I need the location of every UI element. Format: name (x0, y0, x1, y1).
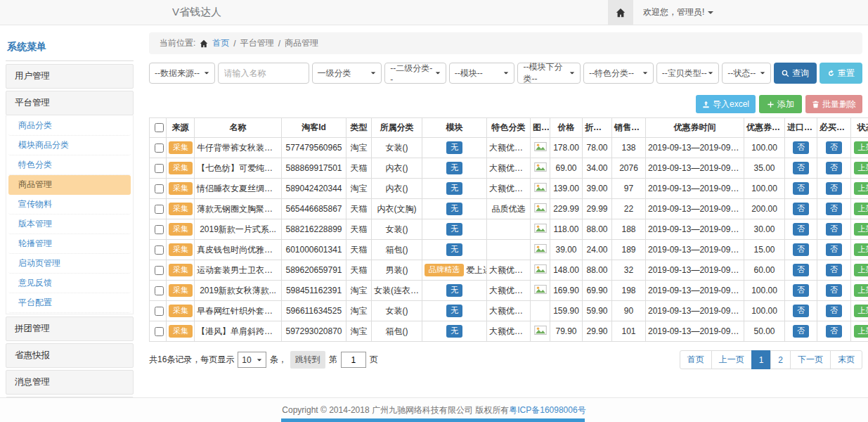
item-type-select[interactable]: --宝贝类型-- (656, 63, 720, 84)
sidebar-item-goods-category[interactable]: 商品分类 (8, 116, 131, 136)
user-menu[interactable]: 欢迎您，管理员! (633, 6, 723, 18)
sidebar-item-saving-express[interactable]: 省惠快报 (6, 343, 134, 368)
status-badge[interactable]: 上架 (854, 284, 868, 297)
status-badge[interactable]: 上架 (854, 141, 868, 154)
module-badge[interactable]: 无 (446, 243, 462, 256)
row-checkbox[interactable] (155, 205, 164, 214)
must-buy-badge[interactable]: 否 (826, 305, 842, 317)
row-checkbox[interactable] (155, 266, 164, 275)
home-button[interactable] (608, 0, 633, 25)
module-badge[interactable]: 无 (446, 203, 462, 215)
sidebar-item-promo-materials[interactable]: 宣传物料 (8, 195, 131, 215)
icp-link[interactable]: 粤ICP备16098006号 (509, 404, 585, 416)
sidebar-item-platform-management[interactable]: 平台管理 (6, 91, 134, 115)
name-input[interactable] (218, 63, 309, 84)
sidebar-item-carousel-management[interactable]: 轮播管理 (8, 234, 131, 254)
status-badge[interactable]: 上架 (854, 305, 868, 317)
module-badge[interactable]: 无 (446, 162, 462, 174)
feature-category-select[interactable]: --特色分类-- (583, 63, 654, 84)
must-buy-badge[interactable]: 否 (826, 141, 842, 154)
sidebar-item-version-management[interactable]: 版本管理 (8, 215, 131, 234)
page-size-select[interactable]: 10 (238, 352, 266, 368)
import-select-cell: 否 (785, 158, 817, 179)
row-checkbox[interactable] (155, 164, 164, 173)
module-badge[interactable]: 无 (446, 284, 462, 297)
page-next[interactable]: 下一页 (790, 350, 831, 369)
page-prev[interactable]: 上一页 (711, 350, 752, 369)
page-page-1[interactable]: 1 (751, 350, 772, 369)
status-badge[interactable]: 上架 (854, 162, 868, 174)
import-select-badge[interactable]: 否 (793, 243, 809, 256)
sidebar-item-feature-category[interactable]: 特色分类 (8, 155, 131, 175)
bottom-scrollbar-thumb[interactable] (281, 418, 585, 422)
status-badge[interactable]: 上架 (854, 325, 868, 338)
sidebar-item-module-goods-category[interactable]: 模块商品分类 (8, 136, 131, 155)
sidebar-item-message-management[interactable]: 消息管理 (6, 370, 134, 395)
row-checkbox[interactable] (155, 245, 164, 255)
module-subcategory-select[interactable]: --模块下分类-- (517, 63, 581, 84)
breadcrumb-home-link[interactable]: 首页 (212, 37, 229, 49)
data-source-select[interactable]: --数据来源-- (149, 63, 215, 84)
level1-category-select[interactable]: 一级分类 (312, 63, 382, 84)
status-badge[interactable]: 上架 (854, 182, 868, 195)
sidebar-item-goods-management[interactable]: 商品管理 (8, 175, 131, 195)
batch-delete-button[interactable]: 批量删除 (805, 95, 862, 113)
import-select-badge[interactable]: 否 (793, 203, 809, 215)
import-select-cell: 否 (785, 281, 817, 301)
status-badge[interactable]: 上架 (854, 264, 868, 276)
sidebar-item-user-management[interactable]: 用户管理 (6, 64, 134, 89)
module-badge[interactable]: 无 (446, 223, 462, 236)
add-button[interactable]: 添加 (759, 95, 802, 113)
import-select-badge[interactable]: 否 (793, 305, 809, 317)
status-select[interactable]: --状态-- (722, 63, 771, 84)
module-badge[interactable]: 无 (446, 182, 462, 195)
jump-page-input[interactable] (341, 352, 366, 368)
import-select-badge[interactable]: 否 (793, 162, 809, 174)
row-checkbox[interactable] (155, 307, 164, 316)
page-last[interactable]: 末页 (830, 350, 862, 369)
row-checkbox[interactable] (155, 327, 164, 336)
module-badge[interactable]: 无 (446, 305, 462, 317)
import-select-badge[interactable]: 否 (793, 325, 809, 338)
must-buy-badge[interactable]: 否 (826, 223, 842, 236)
sidebar-item-splash-page-management[interactable]: 启动页管理 (8, 254, 131, 274)
module-badge[interactable]: 无 (446, 141, 462, 154)
sidebar-item-feedback[interactable]: 意见反馈 (8, 274, 131, 293)
search-button[interactable]: 查询 (774, 63, 817, 84)
row-checkbox[interactable] (155, 225, 164, 234)
must-buy-badge[interactable]: 否 (826, 264, 842, 276)
row-checkbox[interactable] (155, 184, 164, 193)
module-select[interactable]: --模块-- (449, 63, 515, 84)
import-select-badge[interactable]: 否 (793, 182, 809, 195)
import-select-badge[interactable]: 否 (793, 141, 809, 154)
sidebar-item-platform-config[interactable]: 平台配置 (8, 293, 131, 313)
import-select-badge[interactable]: 否 (793, 284, 809, 297)
must-buy-badge[interactable]: 否 (826, 243, 842, 256)
page-first[interactable]: 首页 (680, 350, 712, 369)
module-badge[interactable]: 品牌精选 (425, 264, 464, 276)
must-buy-badge[interactable]: 否 (826, 182, 842, 195)
select-all-checkbox[interactable] (155, 123, 164, 132)
must-buy-badge[interactable]: 否 (826, 203, 842, 215)
import-select-badge[interactable]: 否 (793, 264, 809, 276)
must-buy-badge[interactable]: 否 (826, 162, 842, 174)
import-excel-button[interactable]: 导入excel (696, 95, 756, 113)
checkbox-cell (150, 158, 167, 179)
import-select-badge[interactable]: 否 (793, 223, 809, 236)
product-type: 天猫 (346, 240, 372, 260)
page-page-2[interactable]: 2 (770, 350, 791, 369)
row-checkbox[interactable] (155, 143, 164, 153)
product-name: 2019新款女秋薄款... (195, 281, 282, 301)
must-buy-badge[interactable]: 否 (826, 284, 842, 297)
status-badge[interactable]: 上架 (854, 203, 868, 215)
jump-button[interactable]: 跳转到 (290, 351, 325, 369)
reset-button[interactable]: 重置 (820, 63, 862, 84)
sidebar-item-groupbuy-management[interactable]: 拼团管理 (6, 316, 134, 341)
product-name: 早春网红针织外套女春... (195, 301, 282, 321)
status-badge[interactable]: 上架 (854, 243, 868, 256)
level2-category-select[interactable]: --二级分类-- (384, 63, 446, 84)
row-checkbox[interactable] (155, 286, 164, 295)
status-badge[interactable]: 上架 (854, 223, 868, 236)
module-badge[interactable]: 无 (446, 325, 462, 338)
must-buy-badge[interactable]: 否 (826, 325, 842, 338)
